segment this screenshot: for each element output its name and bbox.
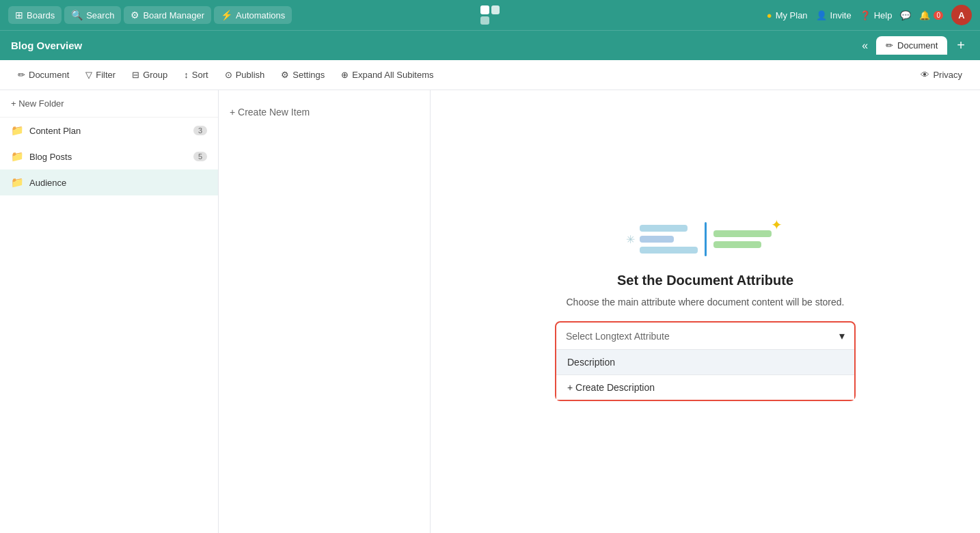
search-button[interactable]: 🔍 Search bbox=[64, 6, 121, 24]
doc-line-1 bbox=[640, 225, 688, 232]
center-panel: ✦ ✳ Set the Document Attribute Choose th… bbox=[431, 90, 980, 533]
doc-lines-left bbox=[640, 225, 698, 254]
sidebar-item-content-plan[interactable]: 📁 Content Plan 3 bbox=[0, 118, 218, 144]
sidebar-item-label-audience: Audience bbox=[29, 178, 207, 188]
help-label: Help bbox=[874, 10, 893, 20]
sort-button[interactable]: ↕ Sort bbox=[177, 66, 215, 83]
dropdown-option-description[interactable]: Description bbox=[556, 350, 854, 374]
notifications-badge: 0 bbox=[934, 11, 943, 20]
automations-button[interactable]: ⚡ Automations bbox=[214, 6, 292, 24]
top-nav-left: ⊞ Boards 🔍 Search ⚙ Board Manager ⚡ Auto… bbox=[8, 6, 292, 24]
dropdown-list: Description + Create Description bbox=[556, 350, 854, 400]
create-new-item-label: + Create New Item bbox=[230, 107, 310, 118]
dropdown-header[interactable]: Select Longtext Attribute ▾ bbox=[556, 323, 854, 350]
doc-line-4 bbox=[713, 230, 772, 237]
document-attribute-title: Set the Document Attribute bbox=[555, 273, 856, 288]
spinner-icon: ✳ bbox=[626, 233, 635, 246]
document-toolbar-label: Document bbox=[29, 70, 69, 80]
spark-icon: ✦ bbox=[771, 217, 782, 233]
add-tab-button[interactable]: + bbox=[953, 38, 969, 53]
sidebar-count-content-plan: 3 bbox=[193, 126, 207, 135]
document-tab-label: Document bbox=[897, 40, 938, 51]
document-toolbar-button[interactable]: ✏ Document bbox=[11, 66, 76, 83]
invite-label: Invite bbox=[830, 10, 852, 20]
top-nav-right: ● My Plan 👤 Invite ❓ Help 💬 🔔 0 A bbox=[767, 5, 972, 25]
doc-line-2 bbox=[640, 236, 674, 243]
help-button[interactable]: ❓ Help bbox=[860, 10, 893, 20]
doc-lines-right bbox=[713, 230, 772, 248]
automations-icon: ⚡ bbox=[221, 10, 232, 20]
collapse-sidebar-button[interactable]: « bbox=[859, 37, 871, 55]
publish-icon: ⊙ bbox=[225, 70, 232, 80]
sidebar: + New Folder 📁 Content Plan 3 📁 Blog Pos… bbox=[0, 90, 219, 533]
board-manager-button[interactable]: ⚙ Board Manager bbox=[124, 6, 211, 24]
sort-label: Sort bbox=[192, 70, 208, 80]
board-manager-icon: ⚙ bbox=[131, 10, 139, 20]
plan-icon: ● bbox=[767, 10, 772, 20]
longtext-attribute-dropdown[interactable]: Select Longtext Attribute ▾ Description … bbox=[555, 321, 856, 401]
filter-label: Filter bbox=[96, 70, 115, 80]
avatar-initials: A bbox=[958, 10, 964, 20]
document-attribute-description: Choose the main attribute where document… bbox=[555, 297, 856, 308]
document-tab-icon: ✏ bbox=[886, 40, 893, 51]
expand-icon: ⊕ bbox=[341, 70, 349, 80]
folder-icon-audience: 📁 bbox=[11, 176, 24, 189]
document-illustration: ✦ ✳ bbox=[640, 222, 772, 256]
invite-button[interactable]: 👤 Invite bbox=[816, 10, 852, 20]
settings-icon: ⚙ bbox=[281, 70, 289, 80]
help-icon: ❓ bbox=[860, 10, 871, 20]
bell-icon: 🔔 bbox=[919, 10, 930, 20]
search-label: Search bbox=[86, 10, 114, 20]
folder-icon-blog-posts: 📁 bbox=[11, 150, 24, 163]
sidebar-item-label-blog-posts: Blog Posts bbox=[29, 152, 193, 162]
sidebar-item-audience[interactable]: 📁 Audience bbox=[0, 169, 218, 195]
content-area: + Create New Item ✦ ✳ bbox=[219, 90, 980, 533]
logo bbox=[480, 5, 500, 25]
group-label: Group bbox=[143, 70, 167, 80]
dropdown-option-description-label: Description bbox=[567, 357, 615, 368]
settings-button[interactable]: ⚙ Settings bbox=[274, 66, 331, 83]
doc-line-3 bbox=[640, 247, 698, 254]
boards-button[interactable]: ⊞ Boards bbox=[8, 6, 62, 24]
sidebar-item-label-content-plan: Content Plan bbox=[29, 126, 193, 136]
my-plan-button[interactable]: ● My Plan bbox=[767, 10, 808, 20]
privacy-button[interactable]: 👁 Privacy bbox=[914, 66, 969, 83]
dropdown-create-description-label: + Create Description bbox=[567, 382, 655, 393]
invite-icon: 👤 bbox=[816, 10, 827, 20]
create-new-item-button[interactable]: + Create New Item bbox=[230, 101, 310, 123]
second-nav: Blog Overview « ✏ Document + bbox=[0, 30, 980, 60]
folder-icon-content-plan: 📁 bbox=[11, 124, 24, 137]
dropdown-placeholder: Select Longtext Attribute bbox=[566, 331, 670, 342]
toolbar: ✏ Document ▽ Filter ⊟ Group ↕ Sort ⊙ Pub… bbox=[0, 60, 980, 90]
settings-label: Settings bbox=[292, 70, 325, 80]
privacy-icon: 👁 bbox=[921, 70, 929, 80]
new-folder-button[interactable]: + New Folder bbox=[0, 90, 218, 118]
group-button[interactable]: ⊟ Group bbox=[125, 66, 174, 83]
filter-button[interactable]: ▽ Filter bbox=[79, 66, 122, 83]
dropdown-create-description[interactable]: + Create Description bbox=[556, 374, 854, 400]
sort-icon: ↕ bbox=[184, 70, 189, 80]
board-manager-label: Board Manager bbox=[143, 10, 204, 20]
items-panel: + Create New Item bbox=[219, 90, 431, 533]
publish-button[interactable]: ⊙ Publish bbox=[218, 66, 272, 83]
avatar[interactable]: A bbox=[951, 5, 972, 25]
privacy-label: Privacy bbox=[933, 70, 962, 80]
document-toolbar-icon: ✏ bbox=[18, 70, 25, 80]
expand-all-label: Expand All Subitems bbox=[352, 70, 433, 80]
boards-icon: ⊞ bbox=[15, 10, 23, 20]
automations-label: Automations bbox=[236, 10, 285, 20]
chat-icon: 💬 bbox=[900, 10, 911, 20]
search-icon: 🔍 bbox=[71, 10, 83, 20]
boards-label: Boards bbox=[27, 10, 55, 20]
expand-all-button[interactable]: ⊕ Expand All Subitems bbox=[334, 66, 440, 83]
new-folder-label: + New Folder bbox=[11, 98, 64, 109]
attribute-card: Set the Document Attribute Choose the ma… bbox=[555, 273, 856, 401]
doc-cursor bbox=[705, 222, 707, 256]
top-nav: ⊞ Boards 🔍 Search ⚙ Board Manager ⚡ Auto… bbox=[0, 0, 980, 30]
filter-icon: ▽ bbox=[85, 70, 92, 80]
doc-line-5 bbox=[713, 241, 761, 248]
notifications-button[interactable]: 🔔 0 bbox=[919, 10, 943, 20]
chat-button[interactable]: 💬 bbox=[900, 10, 911, 20]
document-tab[interactable]: ✏ Document bbox=[876, 36, 947, 55]
sidebar-item-blog-posts[interactable]: 📁 Blog Posts 5 bbox=[0, 144, 218, 169]
